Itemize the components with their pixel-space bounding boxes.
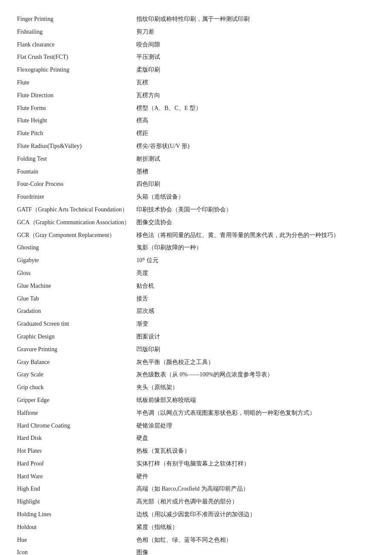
definition: 楞距 bbox=[136, 128, 375, 139]
definition: 热板（复瓦机设备） bbox=[136, 446, 375, 456]
definition: 墨槽 bbox=[136, 167, 375, 177]
term: Four-Color Process bbox=[17, 179, 136, 189]
definition: 半色调（以网点方式表现图案形状色彩，明暗的一种彩色复制方式） bbox=[136, 408, 375, 418]
glossary-row: Ghosting鬼影（印刷故障的一种） bbox=[17, 241, 375, 254]
definition: 纸板前缘部又称咬纸端 bbox=[136, 395, 375, 405]
term: Flat Crush Test(FCT) bbox=[17, 52, 136, 62]
term: Gradation bbox=[17, 306, 136, 316]
definition: 瓦楞 bbox=[136, 78, 375, 88]
term: Halftone bbox=[17, 408, 136, 418]
term: Holding Lines bbox=[17, 509, 136, 520]
glossary-row: Graduated Screen tint渐变 bbox=[17, 318, 375, 330]
glossary-row: Hard Proof实体打样（有别于电脑萤幕上之软体打样） bbox=[17, 457, 375, 470]
definition: 耐折测试 bbox=[136, 154, 375, 164]
glossary-row: Hue色相（如红、绿、蓝等不同之色相） bbox=[17, 534, 375, 546]
definition: 图像 bbox=[136, 547, 375, 555]
glossary-row: Four-Color Process四色印刷 bbox=[17, 178, 375, 191]
term: Gray Balance bbox=[17, 357, 136, 367]
term: Flute Forms bbox=[17, 103, 136, 113]
term: Fountain bbox=[17, 167, 136, 177]
glossary-row: Fishtailing剪刀差 bbox=[17, 26, 375, 38]
definition: 层次感 bbox=[136, 306, 375, 316]
term: GCA（Graphic Communication Association） bbox=[17, 217, 136, 228]
definition: 头箱（造纸设备） bbox=[136, 192, 375, 202]
glossary-row: Graphic Design图案设计 bbox=[17, 330, 375, 343]
term: Hard Disk bbox=[17, 433, 136, 443]
definition: 高端（如 Barco,Crosfield 为高端印前产品） bbox=[136, 484, 375, 494]
term: Graphic Design bbox=[17, 332, 136, 342]
definition: 柔版印刷 bbox=[136, 65, 375, 75]
glossary-row: Flexographic Printing柔版印刷 bbox=[17, 64, 375, 76]
glossary-row: Hard Chrome Coating硬铬涂层处理 bbox=[17, 419, 375, 432]
definition: 楞型（A、B、C、E 型） bbox=[136, 103, 375, 113]
definition: 高光部（相片或片色调中最亮的部分） bbox=[136, 497, 375, 507]
glossary-row: Gigabyte10⁹ 位元 bbox=[17, 254, 375, 267]
definition: 剪刀差 bbox=[136, 27, 375, 37]
definition: 印刷技术协会（美国一个印刷协会） bbox=[136, 205, 375, 215]
definition: 凹版印刷 bbox=[136, 344, 375, 355]
definition: 色相（如红、绿、蓝等不同之色相） bbox=[136, 535, 375, 545]
definition: 四色印刷 bbox=[136, 179, 375, 189]
term: Flute Direction bbox=[17, 90, 136, 101]
term: Hue bbox=[17, 535, 136, 545]
term: Flank clearance bbox=[17, 40, 136, 50]
definition: 亮度 bbox=[136, 268, 375, 278]
term: Ghosting bbox=[17, 243, 136, 253]
glossary-row: Highlight高光部（相片或片色调中最亮的部分） bbox=[17, 495, 375, 508]
glossary-row: Gray Balance灰色平衡（颜色校正之工具） bbox=[17, 356, 375, 369]
glossary-row: Holding Lines边线（用以减少因套印不准而设计的加强边） bbox=[17, 508, 375, 521]
definition: 硬件 bbox=[136, 471, 375, 482]
glossary-row: Fourdrinier头箱（造纸设备） bbox=[17, 191, 375, 203]
term: Hard Ware bbox=[17, 471, 136, 482]
term: Finger Printing bbox=[17, 14, 136, 24]
definition: 灰色级数表（从 0%——100%的网点浓度参考导表） bbox=[136, 370, 375, 380]
term: Flexographic Printing bbox=[17, 65, 136, 75]
definition: 硬铬涂层处理 bbox=[136, 421, 375, 431]
definition: 紧度（指纸板） bbox=[136, 522, 375, 532]
definition: 咬合间隙 bbox=[136, 40, 375, 50]
glossary-row: Flat Crush Test(FCT)平压测试 bbox=[17, 51, 375, 64]
term: Fourdrinier bbox=[17, 192, 136, 202]
glossary-row: Holdout紧度（指纸板） bbox=[17, 521, 375, 534]
glossary-row: Flute Forms楞型（A、B、C、E 型） bbox=[17, 102, 375, 115]
definition: 指纹印刷或称特性印刷，属于一种测试印刷 bbox=[136, 14, 375, 24]
glossary-row: GATF（Graphic Arts Technical Foundation）印… bbox=[17, 203, 375, 216]
glossary-row: GCR（Gray Component Replacement）移色法（将相同量的… bbox=[17, 229, 375, 242]
glossary-row: Icon图像 bbox=[17, 546, 375, 555]
definition: 实体打样（有别于电脑萤幕上之软体打样） bbox=[136, 459, 375, 469]
glossary-row: Flute Direction瓦楞方向 bbox=[17, 89, 375, 102]
term: Folding Test bbox=[17, 154, 136, 164]
term: Gravure Printing bbox=[17, 344, 136, 355]
definition: 边线（用以减少因套印不准而设计的加强边） bbox=[136, 509, 375, 520]
definition: 楞尖/谷形状(U/V 形) bbox=[136, 141, 375, 151]
term: Flute Pitch bbox=[17, 128, 136, 139]
glossary-row: Gravure Printing凹版印刷 bbox=[17, 343, 375, 356]
glossary-row: Hard Disk硬盘 bbox=[17, 432, 375, 445]
definition: 移色法（将相同量的品红、黄、青用等量的黑来代表，此为分色的一种技巧） bbox=[136, 230, 375, 240]
term: Gray Scale bbox=[17, 370, 136, 380]
glossary-row: Folding Test耐折测试 bbox=[17, 153, 375, 165]
term: Highlight bbox=[17, 497, 136, 507]
term: GATF（Graphic Arts Technical Foundation） bbox=[17, 205, 136, 215]
glossary-row: Finger Printing指纹印刷或称特性印刷，属于一种测试印刷 bbox=[17, 13, 375, 26]
definition: 硬盘 bbox=[136, 433, 375, 443]
glossary-row: Hot Plates热板（复瓦机设备） bbox=[17, 445, 375, 457]
glossary-row: Gloss亮度 bbox=[17, 267, 375, 280]
term: Icon bbox=[17, 547, 136, 555]
glossary-row: Flute Height楞高 bbox=[17, 114, 375, 127]
definition: 渐变 bbox=[136, 319, 375, 329]
term: Glue Tab bbox=[17, 294, 136, 304]
term: Flute bbox=[17, 78, 136, 88]
definition: 图案设计 bbox=[136, 332, 375, 342]
glossary-row: GCA（Graphic Communication Association）图像… bbox=[17, 216, 375, 229]
definition: 瓦楞方向 bbox=[136, 90, 375, 101]
glossary-row: Halftone半色调（以网点方式表现图案形状色彩，明暗的一种彩色复制方式） bbox=[17, 407, 375, 419]
glossary-row: Flute瓦楞 bbox=[17, 76, 375, 89]
definition: 10⁹ 位元 bbox=[136, 255, 375, 266]
definition: 贴合机 bbox=[136, 281, 375, 291]
definition: 图像交流协会 bbox=[136, 217, 375, 228]
term: Gloss bbox=[17, 268, 136, 278]
term: Graduated Screen tint bbox=[17, 319, 136, 329]
term: Flute Radius(Tips&Valley) bbox=[17, 141, 136, 151]
term: Holdout bbox=[17, 522, 136, 532]
